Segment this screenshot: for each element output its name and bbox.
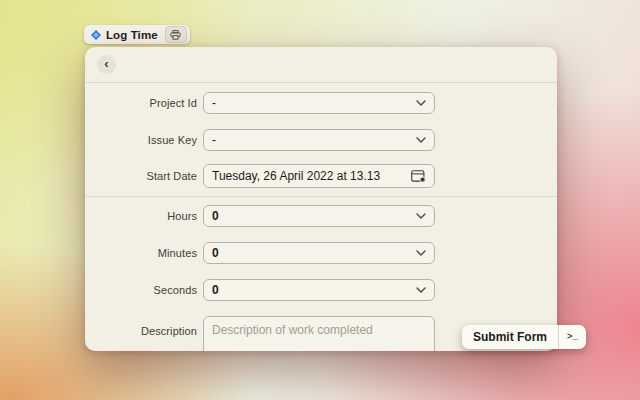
tab-title: Log Time (106, 29, 158, 41)
submit-pill: Submit Form >_ (462, 325, 586, 349)
start-date-input[interactable]: Tuesday, 26 April 2022 at 13.13 (203, 164, 435, 188)
diamond-icon (91, 30, 101, 40)
hours-row: Hours 0 (85, 205, 557, 227)
printer-icon (170, 30, 181, 40)
chevron-down-icon (416, 287, 426, 293)
start-date-row: Start Date Tuesday, 26 April 2022 at 13.… (85, 164, 557, 188)
section-divider (85, 196, 557, 197)
desktop-background: Log Time ‹ Project Id - Issue Ke (0, 0, 640, 400)
description-placeholder: Description of work completed (212, 323, 373, 337)
start-date-value: Tuesday, 26 April 2022 at 13.13 (212, 169, 380, 183)
hours-select[interactable]: 0 (203, 205, 435, 227)
description-label: Description (85, 316, 197, 337)
calendar-icon[interactable] (411, 170, 426, 183)
start-date-label: Start Date (85, 170, 197, 182)
chevron-down-icon (416, 137, 426, 143)
window-header: ‹ (85, 47, 557, 83)
issue-key-row: Issue Key - (85, 129, 557, 151)
description-textarea[interactable]: Description of work completed (203, 316, 435, 351)
issue-key-select[interactable]: - (203, 129, 435, 151)
minutes-label: Minutes (85, 247, 197, 259)
chevron-down-icon (416, 213, 426, 219)
print-button[interactable] (165, 26, 187, 43)
terminal-prompt-icon[interactable]: >_ (559, 325, 586, 349)
project-id-row: Project Id - (85, 92, 557, 114)
minutes-value: 0 (212, 246, 219, 260)
seconds-select[interactable]: 0 (203, 279, 435, 301)
minutes-row: Minutes 0 (85, 242, 557, 264)
seconds-label: Seconds (85, 284, 197, 296)
minutes-select[interactable]: 0 (203, 242, 435, 264)
back-button[interactable]: ‹ (97, 55, 116, 74)
log-time-window: ‹ Project Id - Issue Key - Start (85, 47, 557, 351)
hours-value: 0 (212, 209, 219, 223)
log-time-tab[interactable]: Log Time (84, 25, 190, 44)
chevron-down-icon (416, 100, 426, 106)
project-id-value: - (212, 96, 216, 110)
issue-key-label: Issue Key (85, 134, 197, 146)
issue-key-value: - (212, 133, 216, 147)
project-id-select[interactable]: - (203, 92, 435, 114)
hours-label: Hours (85, 210, 197, 222)
seconds-row: Seconds 0 (85, 279, 557, 301)
project-id-label: Project Id (85, 97, 197, 109)
chevron-down-icon (416, 250, 426, 256)
submit-form-button[interactable]: Submit Form (462, 325, 558, 349)
seconds-value: 0 (212, 283, 219, 297)
